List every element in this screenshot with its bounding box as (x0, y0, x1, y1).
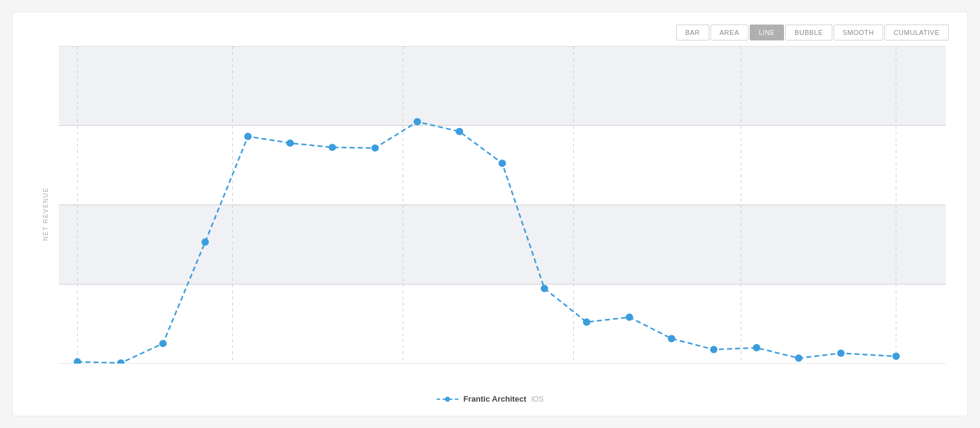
svg-rect-2 (59, 205, 946, 285)
data-point[interactable] (584, 319, 590, 325)
chart-legend: Frantic Architect iOS (437, 394, 544, 403)
data-point[interactable] (838, 350, 844, 356)
data-point[interactable] (796, 355, 802, 361)
chart-type-button-area[interactable]: AREA (710, 25, 748, 40)
legend-line-svg (437, 396, 459, 403)
data-point[interactable] (287, 140, 293, 146)
chart-toolbar: BARAREALINEBUBBLESMOOTHCUMULATIVE (676, 25, 949, 40)
chart-type-button-line[interactable]: LINE (750, 25, 784, 40)
legend-platform: iOS (531, 395, 543, 403)
chart-type-button-bar[interactable]: BAR (676, 25, 709, 40)
data-point[interactable] (372, 145, 378, 151)
legend-series-name: Frantic Architect (464, 394, 527, 403)
legend-line-indicator (437, 396, 459, 403)
data-point[interactable] (668, 335, 674, 342)
data-point[interactable] (456, 128, 462, 134)
chart-container: BARAREALINEBUBBLESMOOTHCUMULATIVE NET RE… (12, 12, 968, 416)
data-point[interactable] (160, 340, 166, 346)
data-point[interactable] (541, 285, 548, 291)
data-point[interactable] (202, 239, 208, 245)
data-point[interactable] (893, 353, 899, 359)
data-point[interactable] (118, 360, 124, 364)
svg-rect-3 (59, 285, 946, 364)
line-chart-svg: $400 $300 $200 $100 $0 Mar 15 Mar 19 Mar… (59, 46, 946, 364)
data-point[interactable] (627, 314, 633, 320)
data-point[interactable] (710, 346, 717, 353)
data-point[interactable] (245, 133, 251, 139)
svg-rect-0 (59, 46, 946, 126)
y-axis-label: NET REVENUE (42, 187, 49, 240)
svg-point-27 (445, 397, 450, 402)
data-point[interactable] (499, 160, 505, 166)
chart-type-button-bubble[interactable]: BUBBLE (785, 25, 832, 40)
chart-type-button-cumulative[interactable]: CUMULATIVE (884, 25, 949, 40)
data-point[interactable] (414, 119, 420, 125)
chart-type-button-smooth[interactable]: SMOOTH (834, 25, 883, 40)
data-point[interactable] (329, 144, 335, 150)
data-point[interactable] (753, 345, 760, 351)
data-point[interactable] (74, 359, 80, 364)
